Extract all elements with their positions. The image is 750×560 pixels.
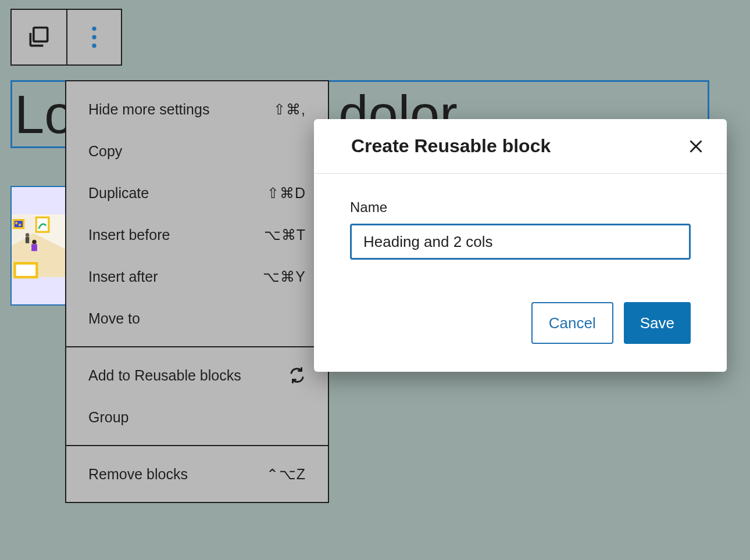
more-options-button[interactable] [66, 10, 121, 64]
name-input[interactable] [350, 224, 691, 260]
menu-item-label: Insert after [88, 268, 158, 285]
block-type-button[interactable] [12, 10, 66, 64]
menu-item-hide-more-settings[interactable]: Hide more settings ⇧⌘, [66, 88, 328, 130]
svg-point-9 [19, 224, 21, 226]
cancel-button[interactable]: Cancel [531, 302, 613, 344]
menu-item-label: Hide more settings [88, 101, 209, 118]
svg-rect-15 [15, 263, 37, 277]
copy-icon [26, 24, 52, 50]
menu-item-label: Duplicate [88, 185, 149, 202]
svg-rect-12 [26, 237, 29, 243]
svg-point-2 [92, 35, 96, 39]
menu-item-label: Move to [88, 310, 140, 327]
svg-point-11 [26, 233, 29, 236]
menu-item-add-to-reusable[interactable]: Add to Reusable blocks [66, 354, 328, 396]
menu-item-label: Add to Reusable blocks [88, 367, 241, 384]
block-options-menu: Hide more settings ⇧⌘, Copy Duplicate ⇧⌘… [65, 80, 329, 503]
cancel-button-label: Cancel [549, 314, 596, 332]
block-toolbar [10, 9, 122, 66]
menu-item-label: Copy [88, 143, 122, 160]
menu-section-2: Add to Reusable blocks Group [66, 346, 328, 445]
svg-rect-7 [13, 220, 23, 228]
svg-point-3 [92, 44, 96, 48]
modal-footer: Cancel Save [314, 302, 727, 372]
gallery-illustration-icon [12, 188, 65, 304]
name-field-label: Name [350, 199, 691, 216]
svg-point-8 [15, 222, 17, 224]
menu-section-1: Hide more settings ⇧⌘, Copy Duplicate ⇧⌘… [66, 81, 328, 346]
svg-point-1 [92, 27, 96, 31]
menu-item-copy[interactable]: Copy [66, 130, 328, 172]
modal-header: Create Reusable block [314, 119, 727, 174]
menu-item-duplicate[interactable]: Duplicate ⇧⌘D [66, 172, 328, 214]
menu-item-insert-before[interactable]: Insert before ⌥⌘T [66, 214, 328, 256]
save-button-label: Save [640, 314, 674, 332]
menu-item-shortcut: ⌥⌘T [264, 227, 306, 243]
menu-item-shortcut: ⌥⌘Y [263, 268, 306, 285]
menu-item-label: Insert before [88, 227, 170, 243]
menu-section-3: Remove blocks ⌃⌥Z [66, 445, 328, 502]
menu-item-shortcut: ⌃⌥Z [266, 466, 306, 483]
image-block[interactable] [10, 186, 66, 306]
menu-item-group[interactable]: Group [66, 396, 328, 438]
more-vertical-icon [87, 24, 101, 50]
svg-rect-0 [34, 28, 48, 42]
close-icon [688, 139, 703, 154]
menu-item-insert-after[interactable]: Insert after ⌥⌘Y [66, 256, 328, 297]
modal-body: Name [314, 174, 727, 302]
modal-title: Create Reusable block [351, 135, 551, 157]
modal-close-button[interactable] [686, 137, 706, 156]
create-reusable-block-modal: Create Reusable block Name Cancel Save [314, 119, 727, 372]
menu-item-label: Group [88, 409, 128, 426]
reusable-icon [288, 367, 306, 384]
save-button[interactable]: Save [624, 302, 691, 344]
menu-item-remove-blocks[interactable]: Remove blocks ⌃⌥Z [66, 453, 328, 495]
menu-item-shortcut: ⇧⌘D [267, 185, 306, 202]
svg-point-13 [32, 240, 37, 245]
menu-item-move-to[interactable]: Move to [66, 297, 328, 339]
menu-item-label: Remove blocks [88, 466, 188, 483]
svg-rect-14 [31, 244, 37, 251]
menu-item-shortcut: ⇧⌘, [273, 101, 306, 118]
